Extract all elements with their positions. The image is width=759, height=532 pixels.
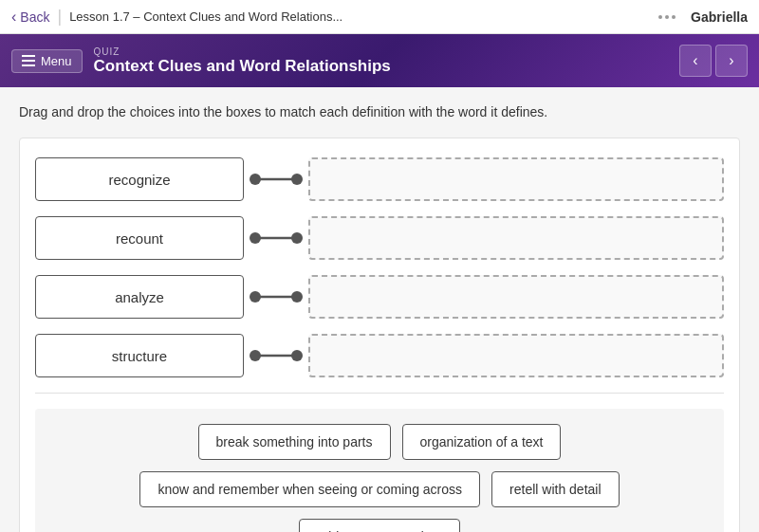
purple-header: Menu QUIZ Context Clues and Word Relatio…	[0, 34, 759, 87]
choice-add[interactable]: add more; expand on	[299, 519, 460, 532]
connector-2	[248, 216, 305, 260]
nav-arrows: ‹ ›	[679, 45, 748, 77]
hamburger-icon	[22, 55, 35, 66]
dot-icon	[665, 15, 669, 19]
choice-break[interactable]: break something into parts	[198, 424, 391, 460]
drop-zone-3[interactable]	[308, 275, 724, 319]
drop-zone-1[interactable]	[308, 157, 724, 201]
choice-retell[interactable]: retell with detail	[491, 471, 620, 507]
connector-4	[248, 334, 305, 377]
choices-area: break something into parts organization …	[35, 409, 724, 532]
matching-area: recognize recount analyze structure	[35, 157, 724, 377]
quiz-container: recognize recount analyze structure	[19, 138, 740, 532]
word-label: recount	[116, 230, 163, 247]
choice-label: organization of a text	[420, 434, 544, 449]
choices-row-3: add more; expand on	[299, 519, 460, 532]
header-left: Menu QUIZ Context Clues and Word Relatio…	[11, 46, 391, 76]
words-column: recognize recount analyze structure	[35, 157, 244, 377]
choice-label: break something into parts	[216, 434, 373, 449]
back-chevron-icon: ‹	[11, 9, 16, 26]
word-box-structure[interactable]: structure	[35, 334, 244, 377]
choice-label: know and remember when seeing or coming …	[157, 482, 462, 497]
quiz-label: QUIZ	[94, 46, 391, 57]
definitions-column	[308, 157, 724, 377]
nav-left: ‹ Back | Lesson 1.7 – Context Clues and …	[11, 7, 342, 27]
dots-menu	[658, 15, 676, 19]
back-label: Back	[20, 9, 49, 25]
user-name: Gabriella	[691, 9, 748, 25]
dot-icon	[672, 15, 676, 19]
header-title-block: QUIZ Context Clues and Word Relationship…	[94, 46, 391, 76]
choices-row-1: break something into parts organization …	[198, 424, 562, 460]
nav-divider: |	[57, 7, 62, 27]
menu-label: Menu	[41, 54, 72, 68]
svg-point-5	[291, 232, 303, 244]
choices-row-2: know and remember when seeing or coming …	[139, 471, 619, 507]
drop-zone-2[interactable]	[308, 216, 724, 260]
word-label: analyze	[115, 289, 164, 305]
choice-organization[interactable]: organization of a text	[402, 424, 562, 460]
choice-label: retell with detail	[509, 482, 602, 497]
connector-3	[248, 275, 305, 319]
instructions-text: Drag and drop the choices into the boxes…	[19, 102, 740, 122]
page-title: Context Clues and Word Relationships	[94, 57, 391, 76]
prev-arrow-icon: ‹	[693, 52, 697, 69]
menu-button[interactable]: Menu	[11, 49, 83, 73]
next-arrow-icon: ›	[729, 52, 733, 69]
svg-point-2	[291, 174, 303, 185]
nav-right: Gabriella	[658, 9, 748, 25]
word-box-recount[interactable]: recount	[35, 216, 244, 260]
connector-area	[244, 157, 308, 377]
back-button[interactable]: ‹ Back	[11, 9, 49, 26]
main-content: Drag and drop the choices into the boxes…	[0, 87, 759, 532]
connector-1	[248, 157, 305, 201]
svg-point-8	[291, 291, 303, 303]
section-divider	[35, 393, 724, 394]
word-label: recognize	[108, 172, 170, 188]
word-box-analyze[interactable]: analyze	[35, 275, 244, 319]
prev-button[interactable]: ‹	[679, 45, 712, 77]
word-label: structure	[112, 348, 167, 364]
dot-icon	[658, 15, 662, 19]
top-navigation: ‹ Back | Lesson 1.7 – Context Clues and …	[0, 0, 759, 34]
drop-zone-4[interactable]	[308, 334, 724, 377]
lesson-title: Lesson 1.7 – Context Clues and Word Rela…	[69, 9, 342, 24]
word-box-recognize[interactable]: recognize	[35, 157, 244, 201]
choice-know[interactable]: know and remember when seeing or coming …	[139, 471, 480, 507]
svg-point-11	[291, 350, 303, 361]
next-button[interactable]: ›	[715, 45, 748, 77]
